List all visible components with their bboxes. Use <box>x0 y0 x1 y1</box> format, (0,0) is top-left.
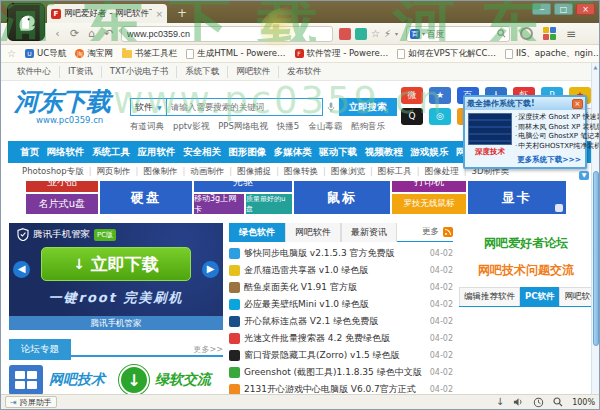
popup-list-item[interactable]: 中关村GHOSTXP纯净装机 <box>515 142 600 152</box>
topnav-publish[interactable]: 发布软件 <box>279 66 329 78</box>
widget-green-soft[interactable]: ↓ 绿软交流 <box>119 365 211 394</box>
tile-ad[interactable]: 光驱 <box>194 181 292 192</box>
hotword-link[interactable]: 有道词典 <box>130 121 164 133</box>
bookmark-star-icon[interactable]: ☆ <box>371 28 380 40</box>
list-item[interactable]: 窗口背景隐藏工具(Zorro) v1.5 绿色版 04-02 <box>229 347 453 364</box>
popup-scroll-down-icon[interactable]: ▼ <box>579 171 589 180</box>
hotword-link[interactable]: 金山毒霸 <box>308 121 342 133</box>
bookmark-genhtml[interactable]: 生成HTML - Powere… <box>186 48 285 60</box>
new-tab-button[interactable]: + <box>173 6 191 21</box>
nav-graphics[interactable]: 图形图像 <box>228 146 266 159</box>
nav-multimedia[interactable]: 多媒体类 <box>274 146 312 159</box>
undo-icon[interactable]: ↶ <box>100 27 117 40</box>
tab-green-software[interactable]: 绿色软件 <box>229 223 285 242</box>
carousel-next-icon[interactable]: ▶ <box>202 261 219 278</box>
bookmark-uc-nav[interactable]: U UC导航 <box>25 48 66 60</box>
share-qzone-icon[interactable]: ★ <box>429 87 451 104</box>
search-engine-icon[interactable]: 百 <box>410 29 420 39</box>
nav-games[interactable]: 游戏娱乐 <box>410 146 448 159</box>
browser-search-input[interactable] <box>427 29 495 39</box>
hotword-link[interactable]: 酷狗音乐 <box>351 121 385 133</box>
apps-grid-icon[interactable] <box>543 27 556 40</box>
tile-ad[interactable]: 显卡 <box>468 181 566 214</box>
home-icon[interactable]: ⌂ <box>83 27 100 40</box>
bookmarks-star-icon[interactable]: ☆ <box>7 48 16 59</box>
nav-network[interactable]: 网络软件 <box>46 146 84 159</box>
popup-list-item[interactable]: 电脑公司 GhostXP 笔记本 <box>515 132 600 142</box>
subnav-link[interactable]: 图标工具 <box>378 166 425 178</box>
nav-system-tools[interactable]: 系统工具 <box>92 146 130 159</box>
browser-tab[interactable]: F 网吧爱好者 - 网吧软件下 × <box>47 4 167 23</box>
nav-home[interactable]: 首页 <box>20 146 39 159</box>
list-item[interactable]: 够快同步电脑版 v2.1.5.3 官方免费版 04-02 <box>229 245 453 262</box>
hotword-link[interactable]: PPS网络电视 <box>218 121 268 133</box>
subnav-link[interactable]: 图像浏览 <box>331 166 378 178</box>
tab-latest-news[interactable]: 最新资讯 <box>341 223 397 242</box>
speed-mode-icon[interactable]: ⚡ <box>384 28 391 40</box>
minimize-button[interactable]: − <box>532 3 551 15</box>
subnav-link[interactable]: 图像捕捉 <box>237 166 284 178</box>
download-now-button[interactable]: ↓ 立即下载 <box>41 247 191 281</box>
nav-video-tutorials[interactable]: 视频教程 <box>365 146 403 159</box>
nav-applications[interactable]: 应用软件 <box>137 146 175 159</box>
back-icon[interactable]: ‹ <box>49 27 66 40</box>
bookmark-softmgr[interactable]: F 软件管理 - Powere… <box>295 48 389 60</box>
incognito-icon[interactable] <box>520 27 533 40</box>
menu-icon[interactable]: ≡ <box>566 27 576 41</box>
topnav-system-download[interactable]: 系统下载 <box>177 66 228 78</box>
subnav-link[interactable]: 图像制作 <box>143 166 190 178</box>
forum-more-link[interactable]: 更多>> <box>194 344 223 355</box>
scrollbar-up-icon[interactable]: ▲ <box>592 63 599 72</box>
list-item[interactable]: 开心鼠标连点器 V2.1 绿色免费版 04-02 <box>229 313 453 330</box>
hotword-link[interactable]: 快播5 <box>277 121 299 133</box>
engine-dropdown-icon[interactable]: ▾ <box>422 30 425 37</box>
addr-dropdown-icon[interactable]: ▾ <box>395 28 398 40</box>
search-submit-button[interactable]: 立即搜索 <box>339 98 397 116</box>
translate-icon[interactable] <box>355 28 367 40</box>
list-item[interactable]: 酷鱼桌面美化 V1.91 官方版 04-02 <box>229 279 453 296</box>
popup-list-item[interactable]: 深度技术 Ghost XP 快速装 <box>515 113 600 123</box>
nav-security[interactable]: 安全相关 <box>183 146 221 159</box>
bookmark-toolbar-folder[interactable]: 书签工具栏 <box>122 48 178 60</box>
nav-drivers[interactable]: 驱动下载 <box>319 146 357 159</box>
address-bar[interactable] <box>121 26 333 42</box>
forum-ad[interactable]: 网吧爱好者论坛 网吧技术问题交流 <box>459 223 593 289</box>
tab-editor-picks[interactable]: 编辑推荐软件 <box>459 287 520 306</box>
reader-mode-icon[interactable] <box>339 28 351 40</box>
tile-ad[interactable]: 硬盘 <box>100 181 192 214</box>
tab-close-icon[interactable]: × <box>155 9 163 19</box>
uc-browser-logo[interactable] <box>7 3 45 41</box>
share-browser-icon[interactable]: ◎ <box>429 108 451 125</box>
bookmark-iis[interactable]: IIS、apache、ngin… <box>505 48 600 60</box>
topnav-it-news[interactable]: IT资讯 <box>60 66 102 78</box>
bookmark-taobao[interactable]: 淘 淘宝网 <box>75 48 113 60</box>
popup-close-icon[interactable]: × <box>572 99 583 109</box>
list-item[interactable]: 必应最美壁纸Mini v1.0 绿色版 04-02 <box>229 296 453 313</box>
more-systems-link[interactable]: 更多系统下载>>> <box>517 155 581 165</box>
tile-ad[interactable]: 罗技无线鼠标 <box>392 194 466 214</box>
list-item[interactable]: Greenshot (截图工具)1.1.8.35 绿色中文版 04-02 <box>229 364 453 381</box>
popup-list-item[interactable]: 雨林木风 Ghost XP 装机版 <box>515 123 600 133</box>
maximize-button[interactable]: □ <box>554 3 573 15</box>
subnav-link[interactable]: 网页制作 <box>97 166 144 178</box>
tab-pc-software[interactable]: PC软件 <box>520 287 559 306</box>
hotword-link[interactable]: pptv影视 <box>173 121 209 133</box>
share-qq-icon[interactable]: Q <box>401 108 423 125</box>
carousel-prev-icon[interactable]: ◀ <box>13 261 30 278</box>
tab-netbar-software[interactable]: 网吧软件 <box>285 223 341 242</box>
tile-ad[interactable]: 质量最好的u盘 <box>246 194 292 214</box>
tile-ad[interactable]: 名片式u盘 <box>26 194 98 214</box>
list-item[interactable]: 2131开心游戏中心电脑版 V6.0.7官方正式 04-02 <box>229 381 453 394</box>
search-category-select[interactable]: 软件 ▼ <box>130 98 167 116</box>
more-link[interactable]: 更多 <box>422 226 439 238</box>
refresh-icon[interactable]: ⟳ <box>66 27 83 40</box>
site-logo[interactable]: 河东下载 www.pc0359.cn <box>14 89 110 125</box>
speed-test-icon[interactable] <box>533 397 544 408</box>
speaker-icon[interactable] <box>513 397 524 407</box>
subnav-link[interactable]: 动画制作 <box>190 166 237 178</box>
downloads-icon[interactable]: ↓ <box>496 397 504 407</box>
subnav-link[interactable]: 图像转换 <box>284 166 331 178</box>
bookmark-vps[interactable]: 如何在VPS下化解CC… <box>397 48 496 60</box>
rss-icon[interactable] <box>443 227 453 237</box>
tile-ad[interactable]: 业小品 <box>26 181 98 192</box>
